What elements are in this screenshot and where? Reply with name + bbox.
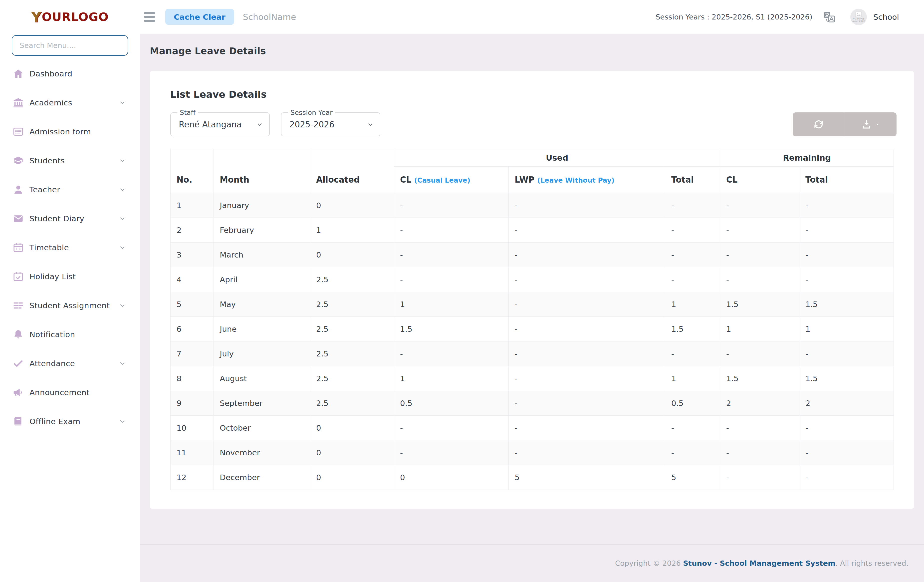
table-row: 7July2.5----- [171, 341, 894, 366]
cell-allocated: 2.5 [310, 391, 394, 416]
avatar[interactable]: NO IMAGE AVAILABLE [850, 9, 867, 25]
table-row: 3March0----- [171, 243, 894, 267]
cell-used-total: 1 [665, 366, 720, 391]
sidebar-item-label: Offline Exam [30, 417, 81, 426]
sidebar-item-label: Dashboard [30, 69, 73, 78]
cell-used-cl: - [394, 341, 509, 366]
chevron-down-icon [119, 99, 126, 106]
no-image-icon [855, 11, 862, 18]
cell-rem-total: - [799, 243, 894, 267]
col-header-used-cl: CL (Casual Leave) [394, 167, 509, 193]
sidebar-item-holiday-list[interactable]: Holiday List [0, 262, 140, 291]
cell-used-total: - [665, 243, 720, 267]
chevron-down-icon [119, 418, 126, 425]
table-row: 9September2.50.5-0.522 [171, 391, 894, 416]
download-icon [861, 119, 872, 130]
sidebar-item-students[interactable]: Students [0, 146, 140, 175]
chevron-down-icon [119, 186, 126, 193]
cell-no: 10 [171, 416, 214, 440]
cell-month: September [214, 391, 310, 416]
cell-used-lwp: - [509, 366, 665, 391]
col-header-used-cl-sub: (Casual Leave) [414, 176, 470, 184]
topbar-right: Session Years : 2025-2026, S1 (2025-2026… [655, 9, 899, 25]
group-header-used: Used [394, 149, 720, 167]
cell-month: December [214, 465, 310, 490]
cell-used-lwp: - [509, 341, 665, 366]
cell-rem-total: 1 [799, 317, 894, 341]
staff-select-label: Staff [177, 109, 198, 116]
cell-used-total: - [665, 267, 720, 292]
col-header-no: No. [171, 149, 214, 193]
cell-used-lwp: - [509, 440, 665, 465]
session-year-select[interactable]: Session Year 2025-2026 [281, 112, 380, 136]
sidebar-item-label: Holiday List [30, 272, 76, 281]
sidebar-item-offline-exam[interactable]: Offline Exam [0, 407, 140, 436]
staff-select[interactable]: Staff René Atangana [170, 112, 270, 136]
chevron-down-icon [119, 215, 126, 222]
cell-used-cl: - [394, 440, 509, 465]
sidebar-item-student-assignment[interactable]: Student Assignment [0, 291, 140, 320]
sidebar-item-timetable[interactable]: Timetable [0, 233, 140, 262]
cell-month: January [214, 193, 310, 218]
cell-month: July [214, 341, 310, 366]
cell-month: March [214, 243, 310, 267]
table-row: 1January0----- [171, 193, 894, 218]
refresh-button[interactable] [793, 112, 845, 136]
cell-allocated: 0 [310, 416, 394, 440]
cell-used-cl: 0 [394, 465, 509, 490]
sidebar-item-attendance[interactable]: Attendance [0, 349, 140, 378]
cell-allocated: 0 [310, 193, 394, 218]
cell-allocated: 2.5 [310, 317, 394, 341]
session-years-label: Session Years : 2025-2026, S1 (2025-2026… [655, 13, 812, 21]
cell-rem-total: - [799, 341, 894, 366]
sidebar-search [0, 34, 140, 56]
cell-no: 8 [171, 366, 214, 391]
cell-used-lwp: - [509, 243, 665, 267]
cell-used-total: - [665, 218, 720, 243]
translate-icon[interactable] [823, 10, 836, 23]
bank-icon [13, 97, 24, 108]
sidebar-item-notification[interactable]: Notification [0, 320, 140, 349]
megaphone-icon [13, 387, 24, 398]
sidebar-item-label: Student Assignment [30, 301, 110, 310]
cell-used-lwp: - [509, 416, 665, 440]
cell-used-cl: 0.5 [394, 391, 509, 416]
cell-allocated: 2.5 [310, 267, 394, 292]
table-row: 2February1----- [171, 218, 894, 243]
download-button[interactable] [845, 112, 896, 136]
cell-used-total: - [665, 341, 720, 366]
cell-allocated: 0 [310, 440, 394, 465]
sidebar-item-admission-form[interactable]: Admission form [0, 117, 140, 146]
cell-used-cl: - [394, 218, 509, 243]
cell-used-lwp: - [509, 218, 665, 243]
sidebar-item-announcement[interactable]: Announcement [0, 378, 140, 407]
footer-brand-link[interactable]: Stunov - School Management System [683, 559, 835, 567]
cell-used-cl: 1 [394, 292, 509, 317]
sidebar-item-dashboard[interactable]: Dashboard [0, 59, 140, 88]
cell-rem-total: - [799, 440, 894, 465]
group-header-remaining: Remaining [720, 149, 894, 167]
sidebar-item-student-diary[interactable]: Student Diary [0, 204, 140, 233]
search-input[interactable] [12, 35, 128, 56]
cache-clear-button[interactable]: Cache Clear [165, 9, 234, 25]
hamburger-menu-icon[interactable] [144, 12, 155, 22]
sidebar-item-academics[interactable]: Academics [0, 88, 140, 117]
cell-month: November [214, 440, 310, 465]
session-year-select-value: 2025-2026 [289, 120, 334, 129]
cell-no: 9 [171, 391, 214, 416]
sidebar-item-teacher[interactable]: Teacher [0, 175, 140, 204]
cell-month: April [214, 267, 310, 292]
col-header-used-cl-main: CL [400, 175, 411, 185]
chevron-down-icon [119, 244, 126, 251]
cell-rem-cl: 2 [720, 391, 799, 416]
cell-used-lwp: 5 [509, 465, 665, 490]
cell-allocated: 2.5 [310, 366, 394, 391]
table-row: 12December0055-- [171, 465, 894, 490]
logo-rest-text: OURLOGO [42, 10, 109, 24]
cell-used-lwp: - [509, 267, 665, 292]
profile-menu[interactable]: School [873, 13, 899, 21]
cell-rem-cl: - [720, 243, 799, 267]
check-icon [13, 358, 24, 369]
session-year-select-label: Session Year [288, 109, 335, 116]
sidebar-item-label: Announcement [30, 388, 90, 397]
